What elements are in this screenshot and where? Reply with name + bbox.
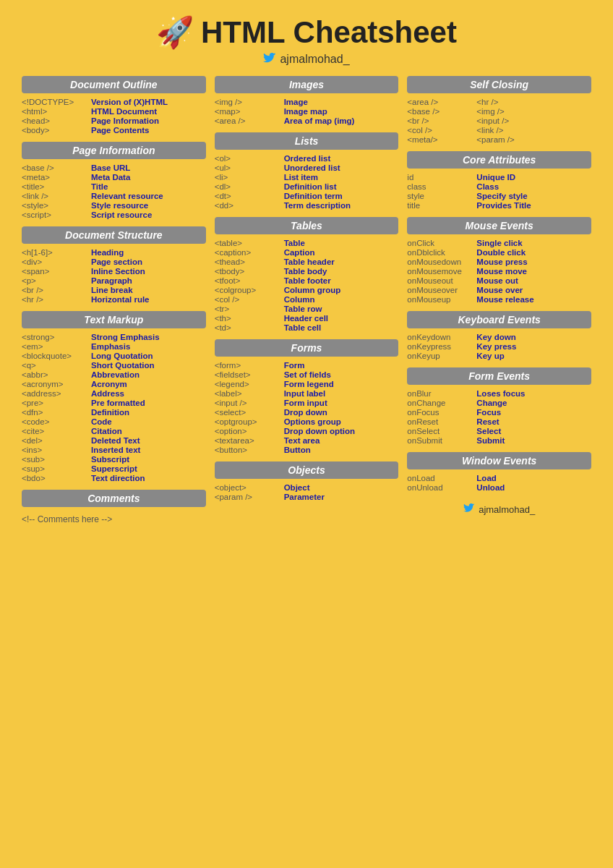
section-keyboard-events: Keyboard EventsonKeydownKey downonKeypre… [407, 311, 591, 360]
section-title-mouse-events: Mouse Events [407, 217, 591, 234]
tag-text: <th> [215, 314, 280, 323]
tag-text: <bdo> [22, 474, 87, 482]
page-title: 🚀 HTML Cheatsheet [156, 14, 457, 50]
section-document-outline: Document Outline<!DOCTYPE>Version of (X)… [22, 76, 206, 135]
desc-text: Change [476, 399, 507, 407]
list-item: <style>Style resource [22, 201, 206, 210]
section-items-document-outline: <!DOCTYPE>Version of (X)HTML<html>HTML D… [22, 98, 206, 135]
tag-text: <hr /> [476, 98, 541, 106]
tag-text: onMouseup [407, 295, 472, 304]
list-item: <em>Emphasis [22, 342, 206, 351]
desc-text: Pre formatted [91, 399, 145, 407]
list-item: <input />Form input [215, 399, 399, 407]
tag-text: <code> [22, 417, 87, 426]
section-items-form-events: onBlurLoses focusonChangeChangeonFocusFo… [407, 389, 591, 445]
desc-text: Address [91, 389, 124, 398]
section-mouse-events: Mouse EventsonClickSingle clickonDblclic… [407, 217, 591, 304]
desc-text: Table row [284, 305, 322, 313]
list-item: onDblclickDouble click [407, 248, 591, 257]
tag-text: <button> [215, 446, 280, 454]
desc-text: Form input [284, 399, 327, 407]
section-comments: Comments<!-- Comments here --> [22, 490, 206, 524]
desc-text: Mouse move [476, 267, 527, 276]
section-text-markup: Text Markup<strong>Strong Emphasis<em>Em… [22, 311, 206, 482]
tag-text: <option> [215, 427, 280, 435]
section-items-lists: <ol>Ordered list<ul>Unordered list<li>Li… [215, 154, 399, 210]
tag-text: <q> [22, 361, 87, 370]
desc-text: Inline Section [91, 267, 145, 276]
tag-text: <input /> [476, 116, 541, 125]
section-items-document-structure: <h[1-6]>Heading<div>Page section<span>In… [22, 248, 206, 304]
list-item: <ol>Ordered list [215, 154, 399, 163]
tag-text: <!DOCTYPE> [22, 98, 87, 106]
tag-text: <script> [22, 210, 87, 219]
section-title-comments: Comments [22, 490, 206, 507]
section-title-document-outline: Document Outline [22, 76, 206, 93]
section-items-images: <img />Image<map>Image map<area />Area o… [215, 98, 399, 125]
tag-text: <meta/> [407, 135, 472, 144]
desc-text: Input label [284, 389, 326, 398]
desc-text: Form legend [284, 380, 334, 388]
desc-text: Base URL [91, 163, 130, 172]
list-item: <caption>Caption [215, 248, 399, 257]
section-images: Images<img />Image<map>Image map<area />… [215, 76, 399, 125]
list-item: <area />Area of map (img) [215, 116, 399, 125]
desc-text: Table cell [284, 323, 322, 332]
list-item: <col /><link /> [407, 126, 591, 135]
tag-text: <base /> [407, 107, 472, 116]
tag-text: <li> [215, 173, 280, 182]
list-item: <del>Deleted Text [22, 436, 206, 445]
list-item: <!DOCTYPE>Version of (X)HTML [22, 98, 206, 106]
section-lists: Lists<ol>Ordered list<ul>Unordered list<… [215, 132, 399, 210]
tag-text: <dt> [215, 192, 280, 200]
desc-text: Mouse over [476, 286, 523, 294]
desc-text: Caption [284, 248, 315, 257]
list-item: onClickSingle click [407, 239, 591, 247]
desc-text: Definition list [284, 182, 337, 191]
tag-text: <tr> [215, 305, 280, 313]
section-form-events: Form EventsonBlurLoses focusonChangeChan… [407, 367, 591, 445]
desc-text: Script resource [91, 210, 152, 219]
tag-text: style [407, 192, 472, 200]
section-items-text-markup: <strong>Strong Emphasis<em>Emphasis<bloc… [22, 333, 206, 482]
desc-text: Definition term [284, 192, 343, 200]
list-item: <sup>Superscript [22, 464, 206, 473]
desc-text: Image map [284, 107, 327, 116]
list-item: idUnique ID [407, 173, 591, 182]
list-item: onLoadLoad [407, 474, 591, 482]
section-title-self-closing: Self Closing [407, 76, 591, 93]
section-core-attributes: Core AttributesidUnique IDclassClassstyl… [407, 151, 591, 210]
desc-text: Page Information [91, 116, 159, 125]
tag-text: <sub> [22, 455, 87, 464]
list-item: <option>Drop down option [215, 427, 399, 435]
list-item: onUnloadUnload [407, 483, 591, 492]
list-item: onKeyupKey up [407, 352, 591, 360]
tag-text: <param /> [476, 135, 541, 144]
desc-text: Parameter [284, 493, 325, 501]
list-item: <dl>Definition list [215, 182, 399, 191]
list-item: <base /><img /> [407, 107, 591, 116]
section-title-lists: Lists [215, 132, 399, 150]
desc-text: Provides Title [476, 201, 531, 210]
tag-text: <colgroup> [215, 286, 280, 294]
desc-text: Unordered list [284, 163, 340, 172]
tag-text: <optgroup> [215, 417, 280, 426]
tag-text: <object> [215, 483, 280, 492]
section-items-window-events: onLoadLoadonUnloadUnload [407, 474, 591, 492]
tag-text: <br /> [407, 116, 472, 125]
tag-text: <tbody> [215, 267, 280, 276]
tag-text: <div> [22, 258, 87, 266]
tag-text: <span> [22, 267, 87, 276]
list-item: onChangeChange [407, 399, 591, 407]
desc-text: Text area [284, 436, 320, 445]
desc-text: Table header [284, 258, 335, 266]
tag-text: <select> [215, 408, 280, 417]
list-item: <dfn>Definition [22, 408, 206, 417]
tag-text: <address> [22, 389, 87, 398]
list-item: <address>Address [22, 389, 206, 398]
tag-text: id [407, 173, 472, 182]
list-item: onKeypressKey press [407, 342, 591, 351]
list-item: <img />Image [215, 98, 399, 106]
desc-text: Area of map (img) [284, 116, 355, 125]
section-document-structure: Document Structure<h[1-6]>Heading<div>Pa… [22, 226, 206, 304]
